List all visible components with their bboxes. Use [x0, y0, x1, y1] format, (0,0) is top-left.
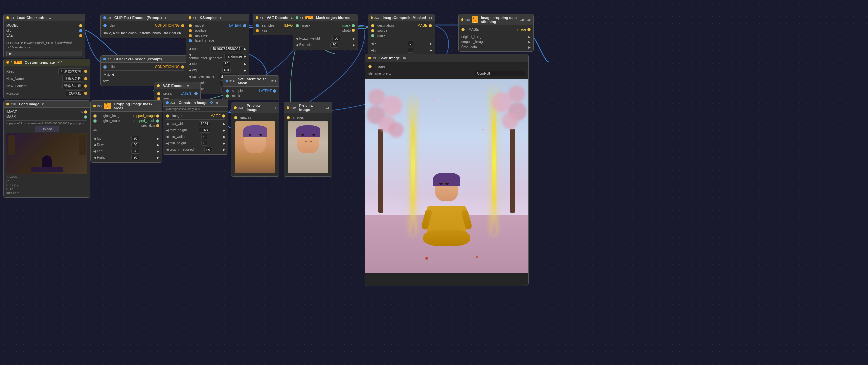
badge-cm: #27	[97, 104, 102, 108]
constrain-image-body: images IMAGE ◀ max_width 1024 ▶ ◀ max_he…	[163, 112, 228, 154]
floor-item-2	[476, 256, 478, 258]
mask-out-li-port	[84, 115, 87, 119]
mask-in-row: mask	[225, 93, 276, 98]
control-label: ◀ control_after_generate	[189, 53, 224, 60]
samples-in3-label: samples	[232, 89, 244, 93]
clip-in-port	[103, 24, 107, 27]
custom-template-title: Custom template	[25, 60, 55, 64]
max-width-label: ◀ max_width	[166, 122, 186, 126]
seed-label: ◀ seed	[189, 47, 209, 51]
badge-7: #7	[108, 57, 111, 61]
save-image-header: #9 Save Image 16	[365, 54, 528, 62]
preview-image-2-node: #20 Preview Image 13 images	[284, 102, 332, 177]
save-image-options: images filename_prefix	[365, 62, 528, 79]
crop-required-label: ◀ crop_if_required	[166, 148, 194, 151]
negative-label: negative	[195, 34, 208, 37]
blossoms-left	[365, 89, 409, 156]
node-indicator	[6, 17, 9, 19]
image-out-li-label: IMAGE	[6, 110, 80, 114]
badge-pi2: #20	[291, 106, 296, 110]
image-out3-label: IMAGE	[416, 24, 427, 27]
orig-mask-in-port	[93, 119, 97, 123]
photo-out-port	[352, 29, 355, 32]
filename-prefix-row: filename_prefix	[368, 70, 525, 77]
clip-label: clip	[6, 29, 78, 32]
load-image-node: #10 Load Image 2 IMAGE 5 MASK clipspace/…	[3, 100, 90, 198]
orig-img-in-label: original_image	[100, 114, 121, 118]
mask-in-label: mask	[232, 94, 240, 98]
orig-img-label: original_image	[461, 35, 483, 39]
upload-button[interactable]: upload	[35, 126, 59, 132]
mask-ic-label: mask	[377, 34, 385, 37]
node-indicator	[189, 17, 191, 19]
model-browse-button[interactable]: ▶	[6, 51, 82, 56]
images-in-ci-row: images IMAGE	[166, 114, 225, 118]
mask-in2-label: mask	[302, 24, 310, 27]
stitching-badge: 2🔥	[472, 17, 478, 23]
right-row: ◀ Right 20 ▶	[93, 154, 159, 160]
clip-text-encode-2-header: #7 CLIP Text Encode (Prompt)	[101, 56, 187, 63]
badge-cm2: 3	[158, 104, 159, 108]
conditioning-out-label: CONDITIONING	[155, 24, 180, 27]
cfg-label: ◀ cfg	[189, 68, 209, 72]
latent-out-port	[243, 24, 246, 27]
filename-prefix-input[interactable]	[475, 70, 525, 76]
preview-1-container	[235, 121, 275, 173]
images-pi1-label: images	[240, 116, 251, 119]
mask-edges-badge: 2🔥	[305, 16, 313, 20]
custom-template-badge: 2🔥	[14, 61, 22, 64]
constrain-source: 6	[216, 101, 218, 104]
load-checkpoint-header: #4 Load Checkpoint 1	[4, 14, 85, 22]
images-pi2-label: images	[293, 116, 304, 119]
preview-image-1-node: #21 Preview Image 7 images	[231, 102, 279, 177]
node-indicator	[287, 107, 289, 109]
set-latent-header: #14 Set Latent Noise Mask #11	[223, 75, 279, 87]
conditioning-out-port	[181, 24, 184, 27]
y-row: ◀ y 0 ▶	[371, 47, 432, 53]
pixels-label: pixels	[163, 92, 172, 95]
eye-right-1	[259, 134, 262, 136]
model-select-row: LEOSAM HelloWorld 熊世界_SDXL真实版大模型_v5.0.sa…	[6, 40, 82, 50]
images-pi2-port	[287, 116, 290, 119]
latent-image-row: latent_image	[189, 38, 246, 43]
negative-port	[189, 34, 192, 37]
filename-text: clipspace/clipspace-mask-918085.30000019…	[6, 122, 87, 125]
max-height-value: 1024	[199, 128, 211, 133]
blur-label: ◀ Blur_size	[296, 43, 316, 47]
tree-right-large	[475, 79, 528, 213]
mask-out-label: mask	[342, 24, 350, 27]
x-label: ◀ x	[371, 42, 391, 45]
image-in-stitch-label: IMAGE	[468, 28, 478, 31]
preview-2-image	[288, 121, 328, 173]
new-name-value: 请输入名称	[62, 75, 83, 82]
vae-encode-title: VAE Encode	[163, 84, 185, 88]
constrain-image-node: #15 Constrain Image ⟳ 6 pythongossss/Com…	[163, 99, 228, 155]
samples-in-port	[256, 24, 259, 27]
model-in-label: model	[195, 24, 204, 27]
badge-ks: #6	[193, 16, 196, 20]
min-height-value: 0	[202, 141, 208, 146]
positive-row: positive	[189, 28, 246, 33]
mouth-fig	[441, 189, 447, 191]
preview-2-container	[288, 121, 328, 173]
right-label: ◀ Right	[93, 156, 114, 159]
read-value: XL新世界方向	[58, 68, 83, 74]
mask-ic-port	[371, 34, 374, 37]
seed-value: 401907873536097	[211, 46, 242, 51]
load-image-thumbnail	[6, 133, 87, 174]
badge-11: #11	[271, 79, 276, 83]
vae-decode-title: VAE Decode	[267, 16, 288, 20]
new-name-row: New_Name 请输入名称	[6, 75, 87, 82]
up-label: ◀ Up	[93, 136, 114, 140]
image-out-stitch-port	[527, 28, 531, 31]
dest-row: destination IMAGE	[371, 23, 432, 28]
badge-me: #8	[300, 16, 304, 20]
node-indicator	[296, 17, 299, 19]
node-indicator	[103, 58, 106, 60]
vae-in2-label: vae	[262, 29, 267, 32]
samples-in3-row: samples LATENT	[225, 88, 276, 93]
node-id-3: 3	[164, 16, 166, 20]
preview-image-2-header: #20 Preview Image 13	[284, 102, 332, 114]
cfg-value: 6.0	[222, 68, 231, 72]
latent-out3-label: LATENT	[259, 89, 272, 93]
